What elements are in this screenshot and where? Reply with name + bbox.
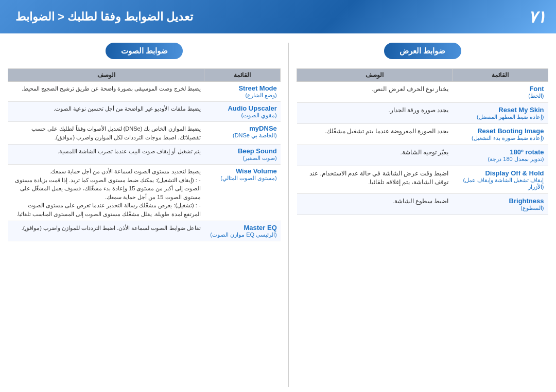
- audio-table-row: Street Mode (وضع الشارع) يضبط لخرج وصت ا…: [8, 82, 281, 102]
- audio-table: القائمة الوصف Street Mode (وضع الشارع) ي…: [8, 68, 281, 241]
- display-panel-header: ضوابط العرض: [384, 43, 461, 59]
- display-item-desc-5: اضبط سطوع الشاشة.: [297, 194, 453, 215]
- display-item-desc-1: يجدد صورة ورقة الجدار.: [297, 103, 453, 124]
- audio-item-desc-5: تفاعل ضوابط الصوت لسماعة الأذن. اضبط الت…: [8, 221, 204, 241]
- audio-item-name-4: Wise Volume (مستوى الصوت المثالي): [204, 165, 281, 221]
- display-table-row: Reset My Skin (إعادة ضبط المظهر المفضل) …: [297, 103, 548, 124]
- display-item-desc-4: اضبط وقت عرض الشاشة في حالة عدم الاستخدا…: [297, 166, 453, 194]
- audio-item-name-3: Beep Sound (صوت الصفير): [204, 145, 281, 165]
- audio-table-row: Beep Sound (صوت الصفير) يتم تشغيل أو إيق…: [8, 145, 281, 165]
- audio-item-name-1: Audio Upscaler (مقوي الصوت): [204, 102, 281, 122]
- audio-item-name-0: Street Mode (وضع الشارع): [204, 82, 281, 102]
- display-col-desc-header: الوصف: [297, 69, 453, 82]
- display-item-name-3: 180º rotate (تدوير بمعدل 180 درجة): [453, 145, 548, 166]
- audio-table-row: Master EQ (موازن الصوت EQ الرئيسي) تفاعل…: [8, 221, 281, 241]
- display-item-desc-3: يغيّر توجيه الشاشة.: [297, 145, 453, 166]
- display-table-row: 180º rotate (تدوير بمعدل 180 درجة) يغيّر…: [297, 145, 548, 166]
- audio-item-desc-0: يضبط لخرج وصت الموسيقى بصورة واضحة عن طر…: [8, 82, 204, 102]
- main-content: ضوابط العرض القائمة الوصف Font (الخط) يخ…: [0, 33, 556, 392]
- page-header: ٧١ تعديل الضوابط وفقا لطلبك < الضوابط: [0, 0, 556, 33]
- display-col-name-header: القائمة: [453, 69, 548, 82]
- panel-divider: [288, 43, 289, 387]
- audio-col-name-header: القائمة: [204, 69, 281, 82]
- display-table-row: Display Off & Hold (إيقاف تشغيل الشاشة و…: [297, 166, 548, 194]
- display-item-name-2: Reset Booting Image (إعادة ضبط صورة بدء …: [453, 124, 548, 145]
- audio-panel-header-wrap: ضوابط الصوت: [8, 43, 281, 64]
- audio-item-name-2: myDNSe (DNSe الخاصة بي): [204, 122, 281, 145]
- audio-item-name-5: Master EQ (موازن الصوت EQ الرئيسي): [204, 221, 281, 241]
- header-title: تعديل الضوابط وفقا لطلبك < الضوابط: [15, 10, 193, 24]
- page-number: ٧١: [528, 7, 546, 27]
- audio-table-row: Audio Upscaler (مقوي الصوت) يضبط ملفات ا…: [8, 102, 281, 122]
- display-item-name-1: Reset My Skin (إعادة ضبط المظهر المفضل): [453, 103, 548, 124]
- audio-panel-header: ضوابط الصوت: [106, 43, 183, 59]
- audio-table-row: myDNSe (DNSe الخاصة بي) يضبط الموازن الخ…: [8, 122, 281, 145]
- audio-item-desc-1: يضبط ملفات الأوديو غير الواضحة من أجل تح…: [8, 102, 204, 122]
- display-table: القائمة الوصف Font (الخط) يختار نوع الحر…: [297, 68, 548, 215]
- display-table-row: Brightness (السطوع) اضبط سطوع الشاشة.: [297, 194, 548, 215]
- display-item-name-4: Display Off & Hold (إيقاف تشغيل الشاشة و…: [453, 166, 548, 194]
- display-panel-header-wrap: ضوابط العرض: [297, 43, 548, 64]
- display-panel: ضوابط العرض القائمة الوصف Font (الخط) يخ…: [291, 43, 548, 387]
- audio-table-row: Wise Volume (مستوى الصوت المثالي) يضبط ل…: [8, 165, 281, 221]
- audio-item-desc-3: يتم تشغيل أو إيقاف صوت البيب عندما تضرب …: [8, 145, 204, 165]
- display-item-name-5: Brightness (السطوع): [453, 194, 548, 215]
- display-table-row: Reset Booting Image (إعادة ضبط صورة بدء …: [297, 124, 548, 145]
- audio-item-desc-4: يضبط لتحديد مستوى الصوت لسماعة الأذن من …: [8, 165, 204, 221]
- display-item-desc-0: يختار نوع الحرف لعرض النص.: [297, 82, 453, 103]
- display-item-name-0: Font (الخط): [453, 82, 548, 103]
- audio-item-desc-2: يضبط الموازن الخاص بك (DNSe) لتعديل الأص…: [8, 122, 204, 145]
- audio-col-desc-header: الوصف: [8, 69, 204, 82]
- display-item-desc-2: يجدد الصورة المعروضة عندما يتم تشغيل مشغ…: [297, 124, 453, 145]
- audio-panel: ضوابط الصوت القائمة الوصف Street Mode (و…: [8, 43, 286, 387]
- display-table-row: Font (الخط) يختار نوع الحرف لعرض النص.: [297, 82, 548, 103]
